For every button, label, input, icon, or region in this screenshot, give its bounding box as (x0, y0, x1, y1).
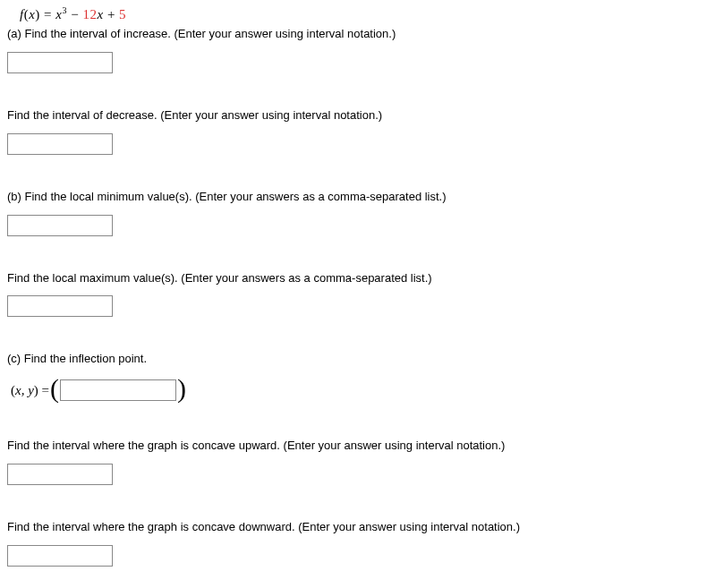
input-concave-up[interactable] (7, 464, 113, 485)
input-local-min[interactable] (7, 215, 113, 236)
input-concave-down[interactable] (7, 545, 113, 567)
big-paren-open: ( (50, 375, 59, 402)
question-a-decrease: Find the interval of decrease. (Enter yo… (7, 107, 708, 124)
question-c-concave-down: Find the interval where the graph is con… (7, 519, 708, 536)
question-a-increase: (a) Find the interval of increase. (Ente… (7, 26, 708, 43)
fx-x3: x (97, 7, 103, 21)
question-c-inflection: (c) Find the inflection point. (7, 351, 708, 368)
fx-minus: − (67, 7, 82, 21)
input-interval-decrease[interactable] (7, 133, 113, 155)
xy-close-eq: ) = (34, 383, 49, 397)
xy-vars: x, y (15, 383, 34, 397)
question-c-concave-up: Find the interval where the graph is con… (7, 438, 708, 455)
function-definition: f(x) = x3 − 12x + 5 (20, 5, 708, 22)
question-b-localmax: Find the local maximum value(s). (Enter … (7, 270, 708, 287)
question-b-localmin: (b) Find the local minimum value(s). (En… (7, 189, 708, 206)
fx-red-5: 5 (119, 7, 126, 21)
big-paren-close: ) (177, 375, 186, 402)
input-inflection-point[interactable] (60, 379, 176, 401)
xy-answer-row: (x, y) = ( ) (11, 377, 708, 404)
fx-red-12: 12 (82, 7, 97, 21)
input-interval-increase[interactable] (7, 52, 113, 73)
xy-label: (x, y) = (11, 383, 49, 398)
fx-plus: + (104, 7, 119, 21)
input-local-max[interactable] (7, 295, 113, 317)
fx-eq: ) = (35, 7, 55, 21)
